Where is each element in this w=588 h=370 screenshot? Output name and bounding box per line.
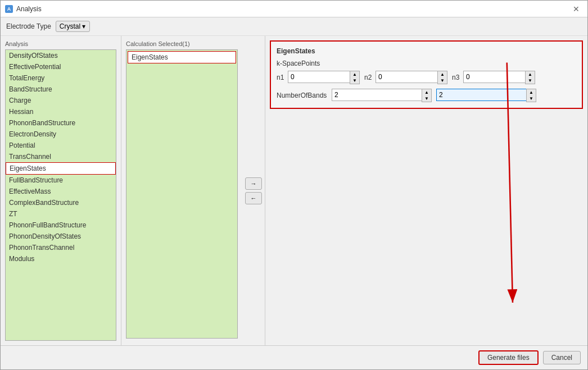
n2-spinner: ▲ ▼	[376, 71, 447, 84]
toolbar: Electrode Type Crystal ▾	[1, 17, 587, 36]
list-item-hessian[interactable]: Hessian	[6, 106, 116, 117]
list-item-trans-channel[interactable]: TransChannel	[6, 151, 116, 162]
bands1-spin-up[interactable]: ▲	[422, 89, 431, 95]
n2-spin-down[interactable]: ▼	[438, 77, 447, 84]
list-item-complex-band-structure[interactable]: ComplexBandStructure	[6, 197, 116, 208]
list-item-zt[interactable]: ZT	[6, 208, 116, 220]
list-item-phonon-density-of-states[interactable]: PhononDensityOfStates	[6, 231, 116, 242]
list-item-charge[interactable]: Charge	[6, 95, 116, 106]
n3-spin-up[interactable]: ▲	[526, 71, 535, 77]
close-button[interactable]: ✕	[569, 3, 583, 15]
calc-item[interactable]: EigenStates	[128, 51, 236, 63]
k-space-label: k-SpacePoints	[277, 60, 576, 67]
n3-spin-down[interactable]: ▼	[526, 77, 535, 84]
arrow-left-button[interactable]: ←	[245, 192, 262, 204]
kspace-row: n1 ▲ ▼ n2	[277, 71, 576, 84]
n2-label: n2	[364, 74, 373, 81]
title-bar: A Analysis ✕	[1, 1, 587, 17]
list-item-electron-density[interactable]: ElectronDensity	[6, 129, 116, 140]
n1-spin-down[interactable]: ▼	[350, 77, 359, 84]
footer: Generate files Cancel	[1, 345, 587, 369]
list-item-effective-potential[interactable]: EffectivePotential	[6, 61, 116, 72]
list-item-phonon-full-band-structure[interactable]: PhononFullBandStructure	[6, 220, 116, 231]
main-area: Analysis DensityOfStatesEffectivePotenti…	[1, 36, 587, 345]
cancel-button[interactable]: Cancel	[543, 351, 581, 364]
left-panel: Analysis DensityOfStatesEffectivePotenti…	[1, 36, 121, 345]
n3-label: n3	[452, 74, 461, 81]
n2-spinner-btns: ▲ ▼	[437, 71, 447, 84]
generate-files-button[interactable]: Generate files	[478, 350, 539, 365]
list-item-density-of-states[interactable]: DensityOfStates	[6, 50, 116, 61]
n3-input[interactable]	[463, 71, 525, 83]
bands-input2: ▲ ▼	[436, 89, 536, 102]
bands2-spin-up[interactable]: ▲	[527, 89, 536, 95]
n1-spinner-btns: ▲ ▼	[350, 71, 360, 84]
bands1-spin-down[interactable]: ▼	[422, 95, 431, 102]
n1-group: n1 ▲ ▼	[277, 71, 360, 84]
list-item-effective-mass[interactable]: EffectiveMass	[6, 186, 116, 197]
n2-spin-up[interactable]: ▲	[438, 71, 447, 77]
bands-label: NumberOfBands	[277, 92, 327, 99]
bands-spinner2-btns: ▲ ▼	[526, 89, 536, 102]
analysis-list: DensityOfStatesEffectivePotentialTotalEn…	[5, 49, 116, 341]
calc-list: EigenStates	[126, 49, 238, 339]
transfer-buttons: → ←	[242, 36, 265, 345]
bands-row: NumberOfBands ▲ ▼ ▲ ▼	[277, 89, 576, 102]
bands-input1: ▲ ▼	[332, 89, 432, 102]
n1-spin-up[interactable]: ▲	[350, 71, 359, 77]
list-item-band-structure[interactable]: BandStructure	[6, 84, 116, 95]
list-item-total-energy[interactable]: TotalEnergy	[6, 72, 116, 84]
bands2-spin-down[interactable]: ▼	[527, 95, 536, 102]
n2-group: n2 ▲ ▼	[364, 71, 447, 84]
main-window: A Analysis ✕ Electrode Type Crystal ▾ An…	[0, 0, 588, 370]
crystal-dropdown-label: Crystal ▾	[60, 22, 86, 30]
right-panel: EigenStates k-SpacePoints n1 ▲ ▼	[265, 36, 587, 345]
crystal-dropdown[interactable]: Crystal ▾	[56, 21, 90, 32]
bands-input2-field[interactable]	[436, 89, 526, 101]
list-item-eigen-states[interactable]: EigenStates	[6, 162, 116, 175]
n3-spinner: ▲ ▼	[463, 71, 535, 84]
bands-spinner1-btns: ▲ ▼	[422, 89, 432, 102]
list-item-phonon-trans-channel[interactable]: PhononTransChannel	[6, 242, 116, 253]
n3-group: n3 ▲ ▼	[452, 71, 535, 84]
bands-input1-field[interactable]	[332, 89, 422, 101]
n1-spinner: ▲ ▼	[288, 71, 360, 84]
window-title: Analysis	[16, 5, 42, 13]
list-item-modulus[interactable]: Modulus	[6, 253, 116, 264]
eigen-states-title: EigenStates	[277, 47, 576, 55]
analysis-section-label: Analysis	[5, 40, 116, 47]
arrow-right-button[interactable]: →	[245, 177, 262, 190]
list-item-phonon-band-structure[interactable]: PhononBandStructure	[6, 117, 116, 129]
n1-label: n1	[277, 74, 286, 81]
n3-spinner-btns: ▲ ▼	[525, 71, 535, 84]
calc-section-label: Calculation Selected(1)	[126, 40, 238, 47]
n1-input[interactable]	[288, 71, 350, 83]
app-icon: A	[5, 5, 13, 13]
eigen-states-config: EigenStates k-SpacePoints n1 ▲ ▼	[270, 40, 583, 109]
middle-panel: Calculation Selected(1) EigenStates	[121, 36, 242, 345]
list-item-potential[interactable]: Potential	[6, 140, 116, 151]
list-item-full-band-structure[interactable]: FullBandStructure	[6, 175, 116, 186]
n2-input[interactable]	[376, 71, 437, 83]
electrode-type-label: Electrode Type	[6, 22, 51, 30]
